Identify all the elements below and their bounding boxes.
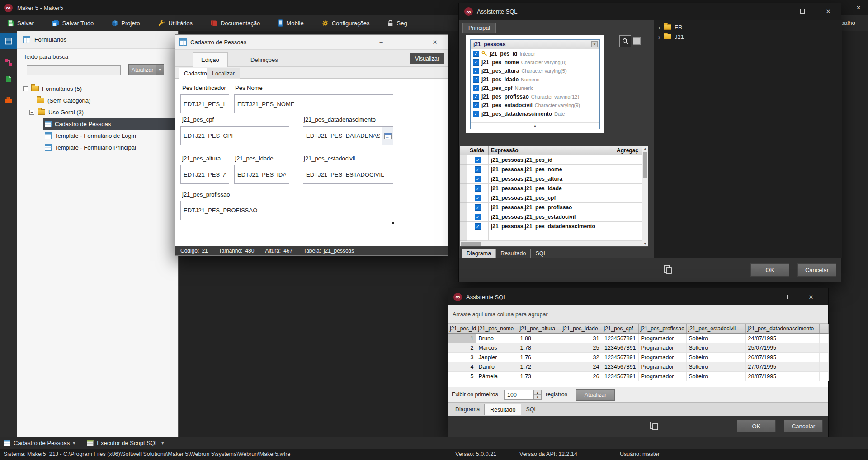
group-by-bar[interactable]: Arraste aqui uma coluna para agrupar	[448, 305, 828, 324]
toolbar-item-seguranca[interactable]: Seg	[387, 20, 407, 27]
col-header-cpf[interactable]: j21_pes_cpf	[602, 324, 638, 333]
query-field-row[interactable]: j21_pessoas.j21_pes_cpf	[460, 193, 642, 203]
activitybar-reports-button[interactable]	[0, 72, 17, 86]
col-header-altura[interactable]: j21_pes_altura	[518, 324, 561, 333]
search-input[interactable]	[27, 65, 121, 75]
row-selector[interactable]	[460, 222, 467, 231]
diagram-search-secondary-button[interactable]	[633, 37, 641, 45]
activitybar-components-button[interactable]	[0, 93, 17, 107]
visualizar-button[interactable]: Visualizar	[410, 53, 444, 64]
toolbar-item-documentacao[interactable]: Documentação	[211, 20, 260, 27]
field-checkbox[interactable]	[473, 68, 479, 74]
table-field-row[interactable]: j21_pes_id Integer	[471, 49, 599, 58]
field-checkbox[interactable]	[473, 59, 479, 66]
output-checkbox[interactable]	[475, 166, 481, 173]
schema-tree-item-j21[interactable]: J21	[658, 32, 684, 41]
result-row[interactable]: 4 Danilo 1.72 24 1234567891 Programador …	[448, 362, 828, 371]
designer-close-button[interactable]	[428, 36, 442, 48]
field-checkbox[interactable]	[473, 51, 479, 57]
subtab-localizar[interactable]: Localizar	[207, 68, 240, 79]
row-selector[interactable]	[460, 203, 467, 212]
field-checkbox[interactable]	[473, 111, 479, 117]
row-selector[interactable]	[460, 231, 467, 241]
col-header-idade[interactable]: j21_pes_idade	[561, 324, 602, 333]
table-field-row[interactable]: j21_pes_altura Character varying(5)	[471, 66, 599, 75]
tree-item-formularios-root[interactable]: Formulários (5)	[23, 83, 82, 94]
query-field-row[interactable]: j21_pessoas.j21_pes_nome	[460, 165, 642, 174]
query-field-row[interactable]: j21_pessoas.j21_pes_datadenascimento	[460, 222, 642, 231]
cancel-button[interactable]: Cancelar	[784, 420, 823, 432]
field-checkbox[interactable]	[473, 94, 479, 100]
scroll-down-button[interactable]	[642, 242, 648, 245]
agregacao-cell[interactable]	[614, 165, 642, 174]
refresh-results-button[interactable]: Atualizar	[576, 389, 615, 401]
toolbar-item-salvar-tudo[interactable]: Salvar Tudo	[52, 19, 94, 27]
diagram-canvas[interactable]: j21_pessoas j21_pes_id Integer j21_pes_n…	[466, 35, 604, 133]
output-checkbox[interactable]	[475, 176, 481, 182]
tree-item-template-login[interactable]: Template - Formulário de Login	[45, 130, 136, 141]
field-input-cpf[interactable]	[180, 126, 289, 145]
sql2-titlebar[interactable]: Assistente SQL	[448, 288, 828, 305]
result-row[interactable]: 2 Marcos 1.78 25 1234567891 Programador …	[448, 343, 828, 352]
row-selector[interactable]	[460, 174, 467, 184]
query-field-row[interactable]: j21_pessoas.j21_pes_id	[460, 155, 642, 165]
query-field-row[interactable]: j21_pessoas.j21_pes_idade	[460, 184, 642, 193]
query-field-row-partial[interactable]	[460, 231, 642, 241]
diagram-search-button[interactable]	[619, 35, 631, 47]
query-field-row[interactable]: j21_pessoas.j21_pes_altura	[460, 174, 642, 184]
table-panel-close-button[interactable]	[591, 41, 598, 47]
taskbar-item-executor[interactable]: Executor de Script SQL	[87, 440, 164, 446]
tab-principal[interactable]: Principal	[462, 23, 496, 33]
ok-button[interactable]: OK	[737, 420, 776, 432]
field-input-pes-identificador[interactable]	[180, 94, 229, 113]
sql1-maximize-button[interactable]	[796, 5, 809, 17]
main-close-button[interactable]	[852, 2, 865, 14]
agregacao-cell[interactable]	[614, 231, 642, 241]
copy-button[interactable]	[663, 265, 674, 276]
agregacao-cell[interactable]	[614, 222, 642, 231]
agregacao-cell[interactable]	[614, 174, 642, 184]
sql1-close-button[interactable]	[821, 5, 835, 17]
table-field-row[interactable]: j21_pes_datadenascimento Date	[471, 109, 599, 118]
row-selector[interactable]	[460, 155, 467, 165]
field-input-datadenascimento[interactable]	[303, 126, 393, 145]
ok-button[interactable]: OK	[750, 263, 789, 277]
col-header-id[interactable]: j21_pes_id	[448, 324, 476, 333]
sql1-minimize-button[interactable]	[771, 5, 784, 17]
output-checkbox[interactable]	[475, 185, 481, 192]
col-expressao[interactable]: Expressão	[489, 146, 614, 155]
row-selector[interactable]	[460, 165, 467, 174]
result-row[interactable]: 1 Bruno 1.88 31 1234567891 Programador S…	[448, 333, 828, 343]
agregacao-cell[interactable]	[614, 212, 642, 222]
query-field-row[interactable]: j21_pessoas.j21_pes_profissao	[460, 203, 642, 212]
toolbar-item-mobile[interactable]: Mobile	[278, 19, 303, 27]
table-field-row[interactable]: j21_pes_profissao Character varying(12)	[471, 92, 599, 101]
table-field-row[interactable]: j21_pes_estadocivil Character varying(9)	[471, 101, 599, 109]
copy-button[interactable]	[649, 421, 660, 432]
field-checkbox[interactable]	[473, 102, 479, 108]
tab-sql[interactable]: SQL	[531, 249, 551, 258]
toolbar-item-configuracoes[interactable]: Configurações	[322, 20, 370, 27]
activitybar-forms-button[interactable]	[0, 33, 17, 49]
row-selector[interactable]	[460, 184, 467, 193]
query-field-row[interactable]: j21_pessoas.j21_pes_estadocivil	[460, 212, 642, 222]
agregacao-cell[interactable]	[614, 184, 642, 193]
field-input-altura[interactable]	[180, 165, 229, 184]
agregacao-cell[interactable]	[614, 193, 642, 203]
vertical-scrollbar[interactable]	[642, 146, 648, 246]
agregacao-cell[interactable]	[614, 155, 642, 165]
result-row[interactable]: 5 Pâmela 1.73 26 1234567891 Programador …	[448, 371, 828, 381]
output-checkbox[interactable]	[475, 195, 481, 201]
sql2-maximize-button[interactable]	[778, 291, 792, 303]
result-row[interactable]: 3 Janpier 1.76 32 1234567891 Programador…	[448, 352, 828, 362]
dropdown-caret-icon[interactable]	[73, 441, 75, 446]
selection-handle[interactable]	[392, 222, 394, 224]
chevron-right-icon[interactable]	[658, 34, 660, 40]
chevron-right-icon[interactable]	[658, 24, 660, 30]
row-selector[interactable]	[460, 212, 467, 222]
tree-item-sem-categoria[interactable]: (Sem Categoria)	[37, 94, 90, 106]
field-input-estadocivil[interactable]	[303, 165, 393, 184]
activitybar-flows-button[interactable]	[0, 56, 17, 69]
refresh-dropdown-button[interactable]	[156, 64, 164, 75]
field-input-profissao[interactable]	[180, 201, 393, 220]
